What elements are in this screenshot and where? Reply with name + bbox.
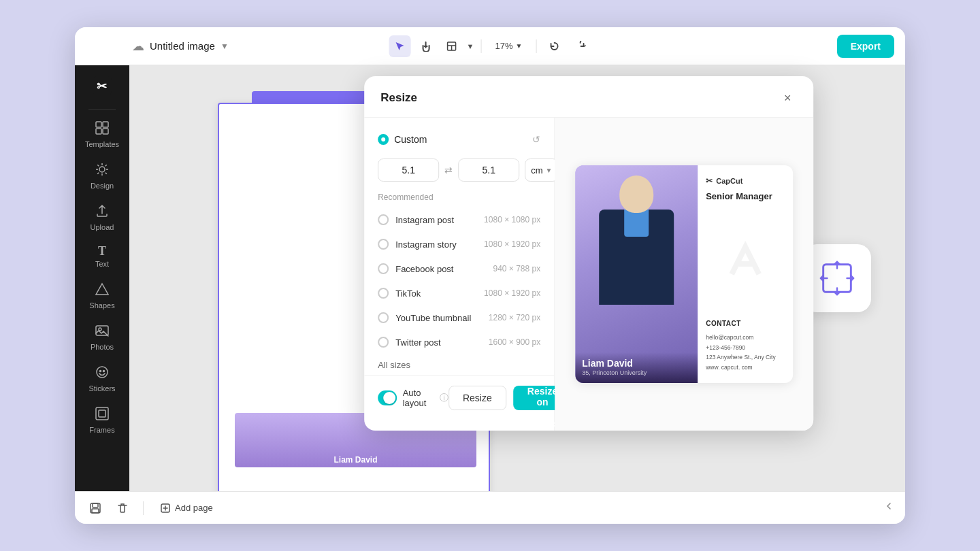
divider2 <box>536 39 536 53</box>
add-page-button[interactable]: Add page <box>154 500 218 516</box>
size-radio <box>378 239 389 250</box>
zoom-dropdown-icon: ▼ <box>516 42 523 50</box>
size-name: Instagram post <box>395 215 477 225</box>
sidebar-item-photos[interactable]: Photos <box>79 318 125 356</box>
size-name: Facebook post <box>395 264 486 274</box>
shapes-icon <box>95 282 110 299</box>
svg-point-13 <box>97 367 108 378</box>
svg-rect-5 <box>96 122 101 127</box>
title-dropdown-icon[interactable]: ▼ <box>220 41 229 51</box>
size-item-tiktok[interactable]: TikTok 1080 × 1920 px <box>364 281 554 305</box>
export-button[interactable]: Export <box>837 35 894 58</box>
brand-name: CapCut <box>716 177 742 185</box>
redo-button[interactable] <box>569 35 591 57</box>
unit-value: cm <box>531 165 542 176</box>
modal-footer: Auto layout ⓘ Resize Resize on new proje… <box>364 375 554 420</box>
height-input[interactable] <box>458 158 519 182</box>
svg-point-12 <box>99 328 101 331</box>
svg-text:✂: ✂ <box>97 80 108 93</box>
cloud-icon: ☁ <box>132 39 144 54</box>
svg-point-15 <box>103 371 105 372</box>
width-input[interactable] <box>378 158 439 182</box>
sidebar-divider <box>88 109 116 110</box>
sidebar-item-text[interactable]: T Text <box>79 239 125 273</box>
dimension-separator: ⇄ <box>444 165 453 176</box>
footer-buttons: Resize Resize on new project <box>448 386 572 410</box>
bottom-bar: Add page <box>75 491 905 524</box>
size-item-youtube[interactable]: YouTube thumbnail 1280 × 720 px <box>364 305 554 330</box>
zoom-control[interactable]: 17% ▼ <box>488 35 529 57</box>
svg-rect-21 <box>92 509 99 513</box>
modal-close-button[interactable]: × <box>778 88 797 107</box>
contact-phone: +123-456-7890 <box>706 343 785 352</box>
size-item-twitter[interactable]: Twitter post 1600 × 900 px <box>364 330 554 354</box>
modal-right-panel: Liam David 35, Princeton University ✂ Ca… <box>555 118 813 431</box>
select-tool-button[interactable] <box>389 35 411 57</box>
sidebar: ✂ Templates <box>75 65 129 491</box>
sidebar-item-shapes[interactable]: Shapes <box>79 276 125 315</box>
divider <box>480 39 481 53</box>
collapse-panel-icon[interactable] <box>883 501 894 515</box>
custom-radio[interactable] <box>378 134 389 145</box>
zoom-value: 17% <box>495 41 512 51</box>
size-dims: 1080 × 1920 px <box>484 288 540 298</box>
sidebar-item-upload[interactable]: Upload <box>79 198 125 237</box>
all-sizes-link[interactable]: All sizes <box>364 354 554 375</box>
svg-rect-7 <box>96 129 101 134</box>
modal-left-panel: Custom ↺ ⇄ cm ▼ <box>364 118 555 431</box>
size-dims: 940 × 788 px <box>493 264 540 273</box>
auto-layout-toggle[interactable] <box>378 390 397 405</box>
preview-watermark <box>706 207 785 314</box>
resize-button[interactable]: Resize <box>448 386 506 410</box>
preview-name: Liam David <box>582 358 691 369</box>
sidebar-item-stickers[interactable]: Stickers <box>79 359 125 398</box>
svg-marker-10 <box>96 284 108 295</box>
preview-brand: ✂ CapCut <box>706 176 785 186</box>
design-label: Design <box>91 182 114 190</box>
unit-select[interactable]: cm ▼ <box>525 158 558 182</box>
size-name: Twitter post <box>395 337 482 348</box>
sidebar-item-templates[interactable]: Templates <box>79 115 125 154</box>
custom-option-row: Custom ↺ <box>364 129 554 150</box>
preview-contact-title: CONTACT <box>706 320 785 327</box>
document-title: Untitled image <box>150 40 215 52</box>
svg-rect-20 <box>93 503 98 507</box>
svg-rect-16 <box>96 407 108 420</box>
shapes-label: Shapes <box>89 301 114 310</box>
app-container: ☁ Untitled image ▼ ▼ 17% ▼ <box>75 27 905 524</box>
hand-tool-button[interactable] <box>415 35 437 57</box>
preview-role: Senior Manager <box>706 191 785 201</box>
topbar-right: Export <box>837 35 894 58</box>
preview-card: Liam David 35, Princeton University ✂ Ca… <box>575 165 793 383</box>
size-item-instagram-post[interactable]: Instagram post 1080 × 1080 px <box>364 207 554 232</box>
svg-rect-17 <box>99 410 105 417</box>
preview-info-section: ✂ CapCut Senior Manager <box>698 165 793 383</box>
undo-button[interactable] <box>543 35 565 57</box>
custom-text: Custom <box>394 134 427 145</box>
size-dims: 1080 × 1080 px <box>484 215 540 224</box>
bottom-divider <box>143 501 144 515</box>
layout-dropdown-icon[interactable]: ▼ <box>467 42 474 50</box>
size-name: YouTube thumbnail <box>395 313 482 323</box>
sidebar-item-frames[interactable]: Frames <box>79 401 125 439</box>
layout-tool-button[interactable] <box>441 35 463 57</box>
size-radio <box>378 214 389 225</box>
stickers-icon <box>95 365 110 382</box>
size-radio <box>378 337 389 348</box>
contact-website: www. capcut. com <box>706 363 785 372</box>
svg-point-14 <box>100 371 101 372</box>
size-name: Instagram story <box>395 239 477 250</box>
size-item-facebook-post[interactable]: Facebook post 940 × 788 px <box>364 256 554 281</box>
add-page-label: Add page <box>175 503 213 513</box>
sidebar-item-design[interactable]: Design <box>79 156 125 195</box>
save-page-button[interactable] <box>86 499 105 518</box>
size-item-instagram-story[interactable]: Instagram story 1080 × 1920 px <box>364 232 554 256</box>
size-radio <box>378 312 389 323</box>
text-icon: T <box>98 245 106 257</box>
preview-contact-info: hello@capcut.com +123-456-7890 123 Anywh… <box>706 333 785 372</box>
delete-page-button[interactable] <box>113 499 132 518</box>
refresh-icon[interactable]: ↺ <box>532 134 540 145</box>
svg-point-9 <box>99 167 105 172</box>
info-icon[interactable]: ⓘ <box>440 392 448 404</box>
svg-rect-8 <box>103 129 108 134</box>
